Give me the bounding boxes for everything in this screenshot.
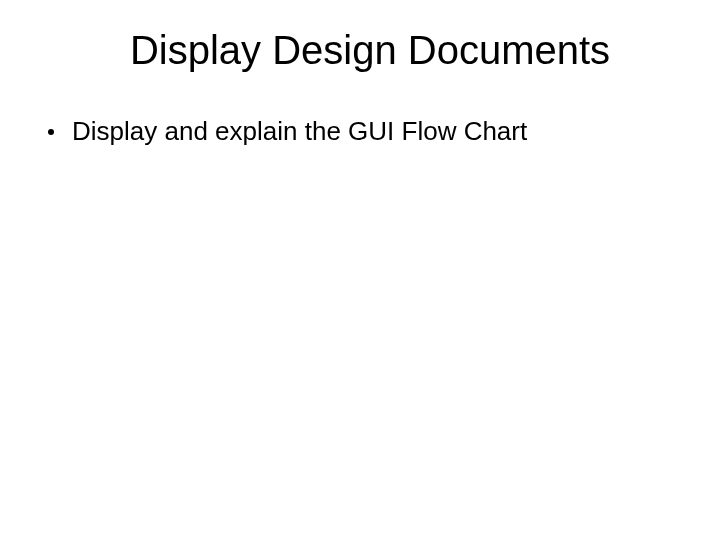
bullet-list: Display and explain the GUI Flow Chart: [40, 115, 680, 149]
bullet-text: Display and explain the GUI Flow Chart: [72, 115, 527, 149]
slide-title: Display Design Documents: [80, 28, 660, 73]
list-item: Display and explain the GUI Flow Chart: [48, 115, 680, 149]
bullet-icon: [48, 129, 54, 135]
slide-container: Display Design Documents Display and exp…: [0, 0, 720, 540]
